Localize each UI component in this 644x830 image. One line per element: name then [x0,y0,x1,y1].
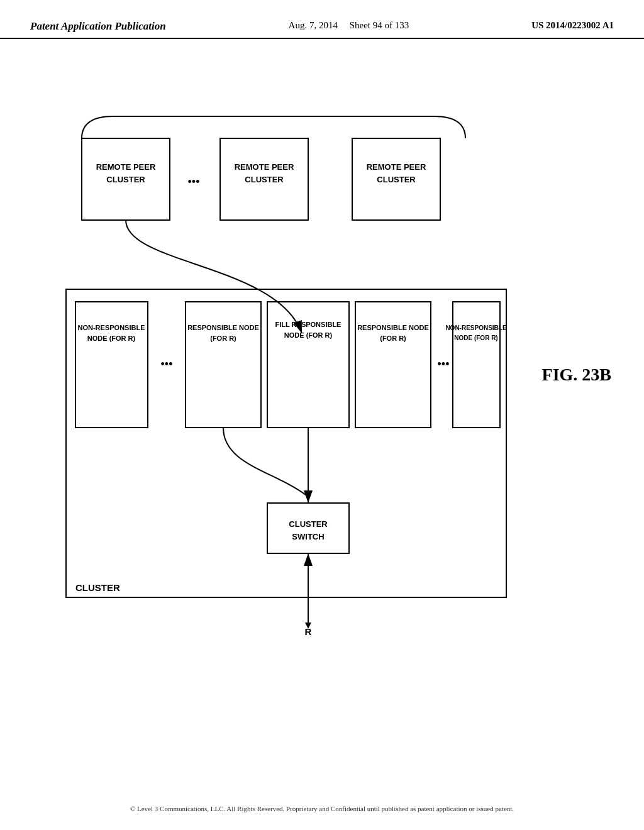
svg-text:NODE (FOR R): NODE (FOR R) [87,335,136,342]
patent-number: US 2014/0223002 A1 [531,20,614,31]
svg-text:NON-RESPONSIBLE: NON-RESPONSIBLE [78,324,145,331]
svg-text:CLUSTER: CLUSTER [377,175,416,184]
publication-date: Aug. 7, 2014 [289,20,338,30]
figure-label: FIG. 23B [542,365,611,385]
svg-text:REMOTE PEER: REMOTE PEER [367,162,426,172]
header-date-sheet: Aug. 7, 2014 Sheet 94 of 133 [289,20,409,31]
page-header: Patent Application Publication Aug. 7, 2… [0,0,644,39]
svg-text:CLUSTER: CLUSTER [75,582,120,593]
svg-text:REMOTE PEER: REMOTE PEER [235,162,294,172]
svg-text:CLUSTER: CLUSTER [245,175,284,184]
svg-text:CLUSTER: CLUSTER [106,175,145,184]
svg-text:•••: ••• [161,358,173,370]
resp-node-left [186,302,261,428]
publication-title: Patent Application Publication [30,20,166,33]
svg-text:CLUSTER: CLUSTER [289,519,328,529]
svg-text:•••: ••• [438,358,450,370]
fig-label-text: FIG. 23B [542,365,611,384]
svg-text:NODE (FOR R): NODE (FOR R) [284,331,333,339]
non-resp-node-left [75,302,148,428]
svg-text:REMOTE PEER: REMOTE PEER [96,162,156,172]
svg-text:SWITCH: SWITCH [292,532,324,541]
svg-text:•••: ••• [188,175,200,188]
svg-text:(FOR R): (FOR R) [210,335,236,342]
svg-text:RESPONSIBLE NODE: RESPONSIBLE NODE [357,324,429,331]
svg-text:FILL RESPONSIBLE: FILL RESPONSIBLE [275,321,341,328]
main-diagram: REMOTE PEER CLUSTER ••• REMOTE PEER CLUS… [31,57,597,761]
svg-text:NON-RESPONSIBLE: NON-RESPONSIBLE [445,324,507,331]
svg-text:(FOR R): (FOR R) [380,335,406,342]
footer-text: © Level 3 Communications, LLC. All Right… [0,805,644,812]
non-resp-node-right [453,302,500,428]
svg-text:NODE (FOR R): NODE (FOR R) [454,335,497,341]
resp-node-right [355,302,431,428]
sheet-info: Sheet 94 of 133 [350,20,409,30]
svg-text:RESPONSIBLE NODE: RESPONSIBLE NODE [187,324,259,331]
